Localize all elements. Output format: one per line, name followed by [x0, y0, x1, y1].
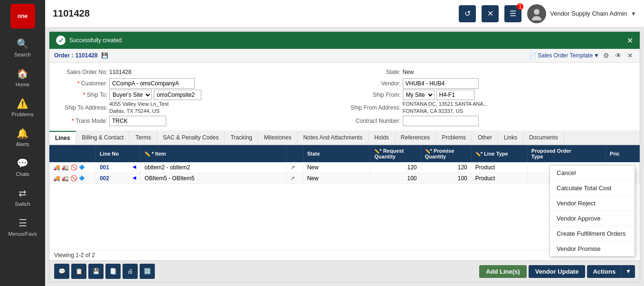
- success-banner: ✓ Successfully created ✕: [49, 32, 640, 49]
- ship-from-site-input[interactable]: [436, 90, 474, 100]
- trans-mode-input[interactable]: [109, 116, 166, 126]
- chat-icon: 💬: [16, 157, 29, 170]
- template-chevron-icon: ▼: [594, 52, 599, 59]
- sidebar-item-chats[interactable]: 💬 Chats: [0, 153, 45, 181]
- sales-order-no-label: Sales Order No:: [55, 69, 107, 75]
- view-button[interactable]: 👁: [613, 51, 624, 60]
- sidebar-item-label: Home: [16, 82, 29, 87]
- customer-input[interactable]: [109, 78, 195, 89]
- print-icon: 🖨: [127, 268, 133, 275]
- tab-holds[interactable]: Holds: [369, 131, 395, 144]
- item-cell-2: OBItem5 - OBItem5: [141, 173, 286, 184]
- sidebar-item-home[interactable]: 🏠 Home: [0, 63, 45, 91]
- tab-references[interactable]: References: [395, 131, 436, 144]
- promise-qty-cell-2: 100: [421, 173, 471, 184]
- tab-sac[interactable]: SAC & Penalty Codes: [157, 131, 225, 144]
- edit-icon4: ✏️: [475, 152, 481, 157]
- flag-icon-2: 🔷: [79, 175, 85, 181]
- copy-button[interactable]: 📋: [71, 264, 86, 279]
- success-message: Successfully created: [69, 37, 122, 44]
- no-icon-2: 🚫: [70, 175, 77, 182]
- col-proposed-order-type: Proposed OrderType: [527, 145, 606, 162]
- ext-link-cell-2[interactable]: ↗: [286, 173, 303, 184]
- tab-billing[interactable]: Billing & Contact: [76, 131, 130, 144]
- sidebar-item-alerts[interactable]: 🔔 Alerts: [0, 123, 45, 151]
- save-toolbar-icon: 💾: [93, 268, 100, 275]
- actions-menu-cancel[interactable]: Cancel: [550, 166, 635, 181]
- tab-lines[interactable]: Lines: [49, 131, 76, 144]
- actions-menu-calc-cost[interactable]: Calculate Total Cost: [550, 181, 635, 196]
- edit-icon: ✏️: [144, 151, 150, 157]
- tab-documents[interactable]: Documents: [523, 131, 564, 144]
- tab-other[interactable]: Other: [472, 131, 498, 144]
- ship-to-site-input[interactable]: [154, 90, 201, 100]
- order-link[interactable]: Order : 1101428 💾: [54, 52, 108, 59]
- order-header-tools: 📄 Sales Order Template ▼ ⚙ 👁 ✕: [530, 51, 635, 60]
- ship-to-type-select[interactable]: Buyer's Site: [109, 90, 152, 100]
- sidebar-item-search[interactable]: 🔍 Search: [0, 33, 45, 61]
- vendor-input[interactable]: [403, 78, 479, 89]
- actions-dropdown-button[interactable]: ▼: [622, 265, 635, 278]
- actions-menu-create-fulfillment[interactable]: Create Fulfillment Orders: [550, 226, 635, 241]
- state-cell-2: New: [303, 173, 370, 184]
- top-header: 1101428 ↺ ✕ ☰ 1 Vendor Supply Chain Admi…: [45, 0, 644, 28]
- user-info[interactable]: Vendor Supply Chain Admin ▼: [527, 4, 636, 23]
- col-state: State: [303, 145, 370, 162]
- contract-number-label: Contract Number:: [349, 118, 401, 124]
- warning-icon: ⚠️: [16, 97, 29, 110]
- calculator-button[interactable]: 🔢: [140, 264, 155, 279]
- col-request-qty: ✏️* RequestQuantity: [370, 145, 421, 162]
- banner-close-button[interactable]: ✕: [627, 36, 633, 45]
- bell-icon: 🔔: [16, 127, 29, 140]
- truck-icon: 🚚: [53, 164, 60, 171]
- grid-config-button[interactable]: ⚙: [601, 51, 611, 60]
- state-cell-1: New: [303, 162, 370, 173]
- add-lines-button[interactable]: Add Line(s): [479, 265, 527, 278]
- sidebar-item-problems[interactable]: ⚠️ Problems: [0, 93, 45, 121]
- tab-milestones[interactable]: Milestones: [258, 131, 297, 144]
- form-area: Sales Order No: 1101428 Customer: Ship T…: [49, 63, 640, 131]
- main-content: 1101428 ↺ ✕ ☰ 1 Vendor Supply Chain Admi…: [45, 0, 644, 286]
- actions-menu-vendor-approve[interactable]: Vendor Approve: [550, 211, 635, 226]
- tab-terms[interactable]: Terms: [130, 131, 157, 144]
- trans-mode-label: Trans Mode:: [55, 118, 107, 124]
- actions-menu-vendor-reject[interactable]: Vendor Reject: [550, 196, 635, 211]
- tab-problems[interactable]: Problems: [436, 131, 472, 144]
- order-link-number: 1101428: [76, 52, 98, 59]
- panel-close-button[interactable]: ✕: [625, 51, 635, 60]
- tab-links[interactable]: Links: [498, 131, 523, 144]
- line-link-002[interactable]: 002: [100, 175, 109, 182]
- save-toolbar-button[interactable]: 💾: [88, 264, 104, 279]
- content-area: ✓ Successfully created ✕ Order : 1101428…: [45, 28, 644, 286]
- sidebar-item-label: Alerts: [16, 141, 29, 147]
- actions-menu-vendor-promise[interactable]: Vendor Promise: [550, 241, 635, 256]
- chat-toolbar-button[interactable]: 💬: [54, 264, 69, 279]
- tab-notes[interactable]: Notes And Attachments: [297, 131, 369, 144]
- line-link-001[interactable]: 001: [100, 164, 109, 171]
- refresh-button[interactable]: ↺: [459, 5, 476, 22]
- ext-link-cell-1[interactable]: ↗: [286, 162, 303, 173]
- ship-to-address-row: Ship To Address: 4055 Valley View Ln_Tes…: [55, 101, 341, 115]
- duplicate-button[interactable]: 📑: [105, 264, 121, 279]
- ship-from-type-select[interactable]: My Site: [403, 90, 435, 100]
- edit-icon2: ✏️: [374, 149, 379, 154]
- template-button[interactable]: 📄 Sales Order Template ▼: [530, 52, 599, 59]
- tabs-bar: Lines Billing & Contact Terms SAC & Pena…: [49, 131, 640, 145]
- sales-order-no-value: 1101428: [109, 69, 132, 75]
- app-logo[interactable]: one: [10, 4, 35, 28]
- actions-main-button[interactable]: Actions: [587, 265, 622, 278]
- print-button[interactable]: 🖨: [123, 264, 138, 279]
- sidebar-item-menus[interactable]: ☰ Menus/Favs: [0, 212, 45, 240]
- header-close-button[interactable]: ✕: [482, 5, 499, 22]
- req-qty-cell-2: 100: [370, 173, 421, 184]
- state-value: New: [403, 69, 414, 75]
- notification-badge: 1: [517, 3, 523, 10]
- truck2-icon-2: 🚛: [62, 175, 69, 182]
- tab-tracking[interactable]: Tracking: [225, 131, 258, 144]
- req-qty-cell-1: 120: [370, 162, 421, 173]
- chevron-down-icon: ▼: [631, 10, 636, 17]
- sidebar-item-switch[interactable]: ⇄ Switch: [0, 183, 45, 211]
- contract-number-input[interactable]: [403, 116, 479, 126]
- ship-to-label: Ship To:: [55, 92, 107, 98]
- vendor-update-button[interactable]: Vendor Update: [529, 265, 586, 278]
